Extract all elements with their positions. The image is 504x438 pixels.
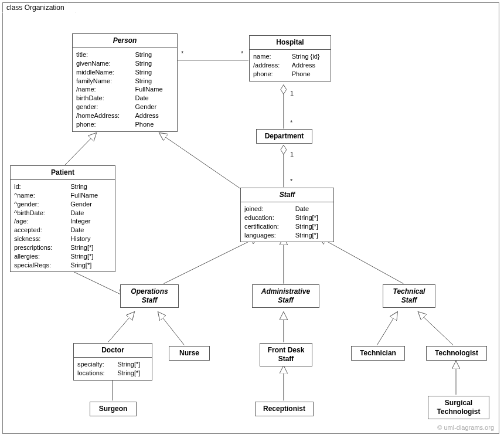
svg-line-9 — [108, 312, 135, 342]
class-doctor: Doctor specialty:String[*] locations:Str… — [73, 343, 152, 381]
class-hospital-attrs: name:String {id} /address:Address phone:… — [250, 50, 331, 81]
class-doctor-attrs: specialty:String[*] locations:String[*] — [74, 358, 152, 380]
diagram-frame: class Organization — [2, 2, 499, 434]
class-technician-name: Technician — [352, 347, 404, 360]
svg-line-10 — [158, 312, 184, 345]
mult-hospital-person-star: * — [241, 50, 243, 57]
class-person-attrs: title:String givenName:String middleName… — [73, 48, 177, 131]
class-staff-attrs: joined:Date education:String[*] certific… — [241, 202, 333, 242]
class-technician: Technician — [351, 346, 405, 361]
class-front-desk-staff-name: Front Desk Staff — [260, 344, 312, 366]
diagram-canvas: * * 1 * 1 * * * Person title:String give… — [3, 3, 499, 433]
mult-hospital-dept-1: 1 — [290, 90, 294, 97]
class-nurse: Nurse — [169, 346, 210, 361]
mult-staff-dept-star: * — [290, 178, 292, 185]
class-operations-staff: Operations Staff — [120, 284, 179, 308]
class-technologist: Technologist — [426, 346, 487, 361]
class-nurse-name: Nurse — [169, 347, 209, 360]
svg-line-6 — [164, 237, 258, 284]
class-hospital: Hospital name:String {id} /address:Addre… — [249, 35, 331, 82]
class-patient: Patient id:String ^name:FullName ^gender… — [10, 165, 115, 272]
class-receptionist: Receptionist — [255, 402, 314, 416]
class-doctor-name: Doctor — [74, 344, 152, 358]
class-department-name: Department — [257, 130, 312, 143]
class-technical-staff-name: Technical Staff — [383, 285, 435, 307]
mult-person-hospital-star: * — [181, 50, 183, 57]
svg-line-12 — [377, 312, 397, 345]
class-administrative-staff-name: Administrative Staff — [253, 285, 319, 307]
class-person-name: Person — [73, 34, 177, 48]
class-administrative-staff: Administrative Staff — [252, 284, 319, 308]
svg-line-8 — [319, 237, 404, 284]
class-department: Department — [256, 129, 312, 144]
class-patient-name: Patient — [11, 166, 115, 180]
class-technical-staff: Technical Staff — [383, 284, 435, 308]
class-staff-name: Staff — [241, 188, 333, 202]
svg-line-4 — [159, 133, 248, 194]
class-surgeon-name: Surgeon — [90, 402, 136, 416]
class-surgeon: Surgeon — [90, 402, 137, 416]
svg-line-3 — [65, 133, 97, 165]
class-surgical-technologist-name: Surgical Technologist — [428, 396, 489, 419]
class-surgical-technologist: Surgical Technologist — [428, 396, 489, 419]
class-front-desk-staff: Front Desk Staff — [260, 343, 312, 366]
class-person: Person title:String givenName:String mid… — [72, 33, 178, 132]
mult-dept-staff-1: 1 — [290, 151, 294, 158]
class-operations-staff-name: Operations Staff — [121, 285, 178, 307]
class-receptionist-name: Receptionist — [256, 402, 313, 416]
class-staff: Staff joined:Date education:String[*] ce… — [240, 188, 334, 242]
svg-line-13 — [418, 312, 453, 345]
class-patient-attrs: id:String ^name:FullName ^gender:Gender … — [11, 180, 115, 271]
class-hospital-name: Hospital — [250, 36, 331, 50]
watermark: © uml-diagrams.org — [437, 424, 494, 431]
mult-dept-hospital-star: * — [290, 119, 292, 126]
class-technologist-name: Technologist — [427, 347, 486, 360]
